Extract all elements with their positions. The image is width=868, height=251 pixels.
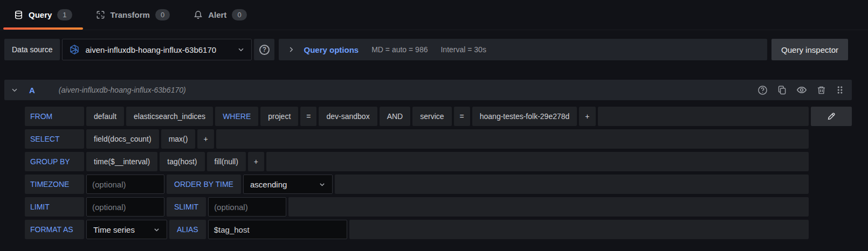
select-row: SELECT field(docs_count) max() + — [25, 129, 852, 149]
toggle-visibility-eye-icon[interactable] — [796, 85, 807, 95]
timezone-label: TIMEZONE — [25, 175, 84, 194]
where-tag2-segment[interactable]: service — [412, 107, 451, 126]
query-ref-id: A — [29, 86, 35, 95]
alias-input[interactable] — [208, 220, 347, 239]
format-as-label: FORMAT AS — [25, 220, 84, 239]
datasource-picker[interactable]: aiven-influxdb-hoang-influx-63b6170 — [62, 39, 252, 60]
format-as-value: Time series — [93, 225, 135, 234]
limit-label: LIMIT — [25, 197, 84, 217]
database-icon — [14, 10, 23, 19]
row-tail-spacer — [811, 197, 852, 217]
row-tail-spacer — [811, 129, 852, 149]
tab-alert[interactable]: Alert 0 — [182, 0, 258, 30]
order-by-time-value: ascending — [250, 180, 287, 189]
tab-transform[interactable]: Transform 0 — [84, 0, 182, 30]
select-label: SELECT — [25, 129, 84, 149]
max-data-points-text: MD = auto = 986 — [371, 45, 428, 54]
tab-query-count-badge: 1 — [57, 9, 72, 20]
active-tab-underline — [3, 27, 83, 30]
row-tail-spacer — [811, 152, 852, 171]
query-options-toggle[interactable]: Query options — [287, 45, 359, 54]
limit-row: LIMIT SLIMIT — [25, 197, 852, 217]
query-options-bar: Query options MD = auto = 986 Interval =… — [279, 39, 767, 60]
select-field-segment[interactable]: field(docs_count) — [86, 129, 159, 149]
group-by-fill-segment[interactable]: fill(null) — [207, 152, 246, 171]
query-header-row: A (aiven-influxdb-hoang-influx-63b6170) — [4, 80, 852, 100]
timezone-row: TIMEZONE ORDER BY TIME ascending — [25, 175, 852, 194]
duplicate-query-button[interactable] — [777, 85, 787, 95]
row-filler — [335, 175, 809, 194]
influxdb-icon — [69, 44, 80, 55]
group-by-row: GROUP BY time($__interval) tag(host) fil… — [25, 152, 852, 171]
tab-transform-label: Transform — [111, 10, 150, 19]
group-by-add-button[interactable]: + — [248, 152, 264, 171]
format-as-select[interactable]: Time series — [86, 220, 167, 239]
from-label: FROM — [25, 107, 84, 126]
where-label: WHERE — [215, 107, 258, 126]
pencil-icon — [826, 111, 836, 121]
limit-input[interactable] — [86, 197, 164, 217]
row-filler — [349, 220, 809, 239]
from-policy-segment[interactable]: default — [86, 107, 124, 126]
tab-alert-label: Alert — [208, 10, 226, 19]
datasource-help-button[interactable]: ? — [254, 39, 274, 60]
delete-query-trash-icon[interactable] — [816, 85, 826, 95]
row-filler — [598, 107, 809, 126]
query-editor-card: A (aiven-influxdb-hoang-influx-63b6170) — [4, 80, 852, 239]
order-by-time-label: ORDER BY TIME — [167, 175, 241, 194]
row-filler — [266, 152, 809, 171]
bell-icon — [194, 10, 203, 19]
format-as-row: FORMAT AS Time series ALIAS — [25, 220, 852, 239]
where-value1-segment[interactable]: dev-sandbox — [319, 107, 377, 126]
collapse-chevron-icon[interactable] — [11, 86, 18, 94]
from-measurement-segment[interactable]: elasticsearch_indices — [126, 107, 213, 126]
query-datasource-hint: (aiven-influxdb-hoang-influx-63b6170) — [59, 86, 186, 94]
chevron-down-icon — [153, 226, 160, 233]
query-options-label: Query options — [304, 45, 359, 54]
timezone-input[interactable] — [86, 175, 164, 194]
query-help-button[interactable] — [757, 85, 768, 95]
help-circle-icon: ? — [259, 45, 270, 55]
tab-transform-count-badge: 0 — [155, 9, 170, 20]
slimit-input[interactable] — [208, 197, 286, 217]
tab-alert-count-badge: 0 — [232, 9, 246, 20]
group-by-tag-segment[interactable]: tag(host) — [160, 152, 204, 171]
from-row: FROM default elasticsearch_indices WHERE… — [25, 107, 852, 126]
datasource-label: Data source — [4, 39, 60, 60]
group-by-label: GROUP BY — [25, 152, 84, 171]
where-add-button[interactable]: + — [579, 107, 595, 126]
datasource-value: aiven-influxdb-hoang-influx-63b6170 — [85, 45, 232, 54]
where-op1-segment[interactable]: = — [300, 107, 316, 126]
where-value2-segment[interactable]: hoang-testes-folk-29e278d — [472, 107, 577, 126]
tab-query[interactable]: Query 1 — [2, 0, 84, 30]
toggle-text-edit-mode-button[interactable] — [811, 107, 852, 126]
where-op2-segment[interactable]: = — [454, 107, 470, 126]
order-by-time-select[interactable]: ascending — [243, 175, 333, 194]
chevron-down-icon — [237, 46, 245, 53]
transform-icon — [96, 10, 105, 19]
chevron-right-icon — [287, 46, 295, 53]
slimit-label: SLIMIT — [167, 197, 206, 217]
select-add-button[interactable]: + — [197, 129, 213, 149]
where-and-segment[interactable]: AND — [380, 107, 411, 126]
query-inspector-button[interactable]: Query inspector — [771, 39, 848, 60]
row-filler — [288, 197, 809, 217]
row-filler — [216, 129, 809, 149]
row-tail-spacer — [811, 175, 852, 194]
chevron-down-icon — [319, 181, 326, 188]
query-toolbar: Data source aiven-influxdb-hoang-influx-… — [4, 39, 848, 60]
where-tag1-segment[interactable]: project — [260, 107, 298, 126]
select-aggregation-segment[interactable]: max() — [161, 129, 196, 149]
alias-label: ALIAS — [169, 220, 206, 239]
interval-text: Interval = 30s — [440, 45, 486, 54]
tab-query-label: Query — [29, 10, 52, 19]
editor-tabbar: Query 1 Transform 0 Alert 0 — [0, 0, 868, 30]
query-actions — [757, 85, 844, 95]
drag-handle-icon[interactable] — [836, 85, 844, 95]
row-tail-spacer — [811, 220, 852, 239]
group-by-time-segment[interactable]: time($__interval) — [86, 152, 157, 171]
query-rows: FROM default elasticsearch_indices WHERE… — [4, 100, 852, 239]
